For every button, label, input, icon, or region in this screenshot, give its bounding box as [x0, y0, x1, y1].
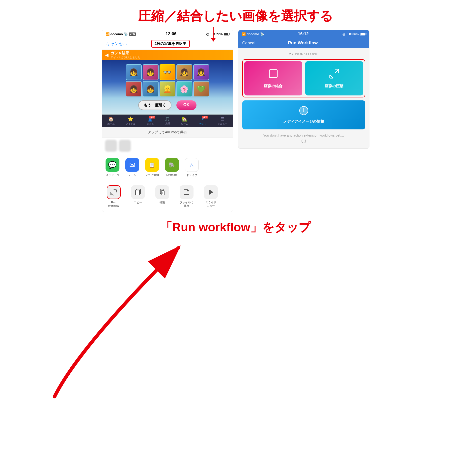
idol-card: 👧 — [126, 81, 142, 97]
image-combine-button[interactable]: 画像の結合 — [244, 61, 302, 95]
game-nav-gacha[interactable]: ✦ ガシャ NEW — [198, 116, 208, 126]
bottom-instruction: 「Run workflow」をタップ — [0, 214, 471, 240]
save-files-icon — [183, 189, 190, 196]
home-icon: 🏠 — [108, 116, 114, 122]
right-wifi-icon: 📡 — [260, 32, 264, 36]
new-badge: NEW — [149, 116, 155, 119]
loading-spinner — [242, 139, 365, 145]
right-battery-info: @ ↑ ✲ 86% — [342, 32, 365, 36]
svg-rect-5 — [136, 190, 139, 195]
share-drive[interactable]: △ ドライブ — [184, 158, 199, 177]
idol-card: 💚 — [193, 81, 209, 97]
left-time: 12:06 — [166, 31, 176, 36]
battery-percentage: 77% — [216, 32, 222, 36]
share-notes[interactable]: 📋 メモに追加 — [145, 158, 160, 177]
idol-card: 👧 — [143, 81, 159, 97]
room-label: ルーム — [181, 122, 188, 126]
messages-label: メッセージ — [106, 173, 119, 177]
share-icons-row: 💬 メッセージ ✉ メール 📋 メモに追加 🐘 Evernote — [102, 154, 233, 181]
game-nav-idol[interactable]: ⭐ アイドル — [124, 116, 137, 126]
share-evernote[interactable]: 🐘 Evernote — [165, 158, 179, 177]
airdrop-label: タップしてAirDropで共有 — [102, 127, 233, 138]
idol-row-1: 👧 👧 👓 👧 👧 — [106, 64, 229, 80]
game-nav-room[interactable]: 🏡 ルーム — [179, 116, 190, 126]
signal-icon: 📶 — [106, 32, 110, 36]
game-nav-commu[interactable]: 👤 コミュ NEW — [145, 116, 155, 126]
workflow-nav-bar: Cancel Run Workflow — [238, 38, 369, 48]
wifi-icon: 📡 — [124, 32, 128, 36]
game-nav-home[interactable]: 🏠 ホーム — [106, 116, 116, 126]
svg-text:i: i — [303, 108, 305, 113]
run-workflow-action[interactable]: RunWorkflow — [105, 185, 122, 208]
idol-row-2: 👧 👧 👱 🌸 💚 — [106, 81, 229, 97]
idol-card: 👧 — [126, 64, 142, 80]
share-messages[interactable]: 💬 メッセージ — [105, 158, 120, 177]
drive-icon: △ — [185, 158, 199, 172]
svg-line-15 — [330, 75, 333, 78]
room-icon: 🏡 — [182, 116, 187, 122]
blurred-airdrop-icon — [105, 140, 117, 152]
right-signal-icon: 📶 — [242, 32, 246, 36]
retry-button[interactable]: もう一度引く — [138, 100, 171, 110]
evernote-label: Evernote — [166, 173, 177, 176]
share-mail[interactable]: ✉ メール — [125, 158, 140, 177]
game-screenshot-area: ◀ ガシャ結果 アイドルが加入しました 👧 👧 👓 👧 👧 — [102, 50, 233, 127]
svg-marker-10 — [209, 190, 213, 195]
top-instruction: 圧縮／結合したい画像を選択する — [0, 0, 471, 30]
image-compress-icon — [329, 68, 340, 81]
airdrop-icons-row — [102, 138, 233, 154]
commu-label: コミュ — [146, 122, 154, 126]
game-nav-menu[interactable]: ☰ メニュー — [216, 116, 229, 126]
copy-action[interactable]: コピー — [129, 185, 147, 208]
idol-card: 👧 — [143, 64, 159, 80]
save-files-label: ファイルに保存 — [180, 201, 193, 208]
image-compress-label: 画像の圧縮 — [325, 84, 343, 89]
right-phone-screen: 📶 docomo 📡 16:12 @ ↑ ✲ 86% Cancel Run Wo… — [238, 30, 369, 149]
media-image-info-button[interactable]: i メディアイメージの情報 — [242, 100, 365, 129]
share-sheet: タップしてAirDropで共有 💬 メッセージ ✉ メール — [102, 127, 233, 212]
gacha-new-badge: NEW — [202, 116, 208, 119]
save-files-action[interactable]: ファイルに保存 — [178, 185, 195, 208]
idol-card: 👧 — [193, 64, 209, 80]
left-phone-screen: 📶 docomo 📡 VPN 12:06 @ ↑ ✲ 77% キャンセル 2枚の… — [102, 30, 233, 212]
vpn-badge: VPN — [129, 32, 136, 36]
top-down-arrow — [210, 27, 217, 42]
duplicate-icon-box — [155, 185, 169, 199]
battery-icon — [224, 33, 229, 35]
gacha-subtitle: アイドルが加入しました — [111, 56, 140, 59]
idol-card: 👱 — [160, 81, 175, 97]
save-files-icon-box — [180, 185, 194, 199]
drive-label: ドライブ — [186, 173, 197, 177]
game-nav-live[interactable]: 🎵 LIVE — [163, 116, 171, 126]
back-arrow-icon: ◀ — [105, 52, 109, 58]
right-time: 16:12 — [298, 31, 308, 36]
duplicate-icon — [159, 189, 166, 196]
right-status-bar: 📶 docomo 📡 16:12 @ ↑ ✲ 86% — [238, 30, 369, 38]
slideshow-label: スライドショー — [205, 201, 216, 208]
gacha-title: ガシャ結果 — [111, 51, 140, 56]
home-label: ホーム — [107, 122, 115, 126]
image-compress-button[interactable]: 画像の圧縮 — [305, 61, 363, 95]
mail-icon: ✉ — [125, 158, 139, 172]
idol-card: 🌸 — [176, 81, 192, 97]
mail-label: メール — [128, 173, 136, 177]
left-cancel-button[interactable]: キャンセル — [106, 41, 127, 47]
image-combine-icon — [268, 68, 279, 81]
slideshow-action[interactable]: スライドショー — [202, 185, 220, 208]
workflow-cancel-button[interactable]: Cancel — [242, 41, 255, 46]
menu-icon: ☰ — [221, 116, 224, 122]
ok-button[interactable]: OK — [176, 100, 197, 110]
blurred-airdrop-icon — [119, 140, 131, 152]
svg-line-14 — [335, 69, 339, 73]
duplicate-action[interactable]: 複製 — [154, 185, 171, 208]
messages-icon: 💬 — [106, 158, 119, 172]
run-workflow-icon — [107, 185, 121, 199]
idol-label: アイドル — [126, 122, 136, 126]
media-info-icon: i — [299, 106, 308, 117]
svg-marker-1 — [211, 38, 216, 42]
image-combine-label: 画像の結合 — [264, 84, 282, 89]
gacha-label: ガシャ — [199, 122, 207, 126]
notes-icon: 📋 — [145, 158, 159, 172]
right-battery-percentage: 86% — [352, 32, 359, 36]
live-icon: 🎵 — [165, 116, 170, 122]
